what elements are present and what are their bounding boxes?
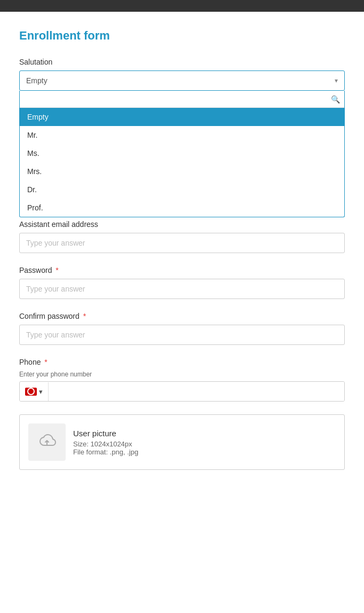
phone-row: ▾ xyxy=(19,381,345,402)
password-field: Password * xyxy=(19,266,345,299)
phone-chevron-icon: ▾ xyxy=(39,388,43,396)
salutation-chevron-icon: ▾ xyxy=(335,77,338,84)
phone-field: Phone * Enter your phone number ▾ xyxy=(19,358,345,402)
phone-label: Phone * xyxy=(19,358,345,366)
password-label: Password * xyxy=(19,266,345,274)
assistant-email-field: Assistant email address xyxy=(19,220,345,253)
dropdown-search-input[interactable] xyxy=(24,93,331,105)
upload-area: User picture Size: 1024x1024px File form… xyxy=(19,414,345,470)
option-ms[interactable]: Ms. xyxy=(20,144,344,162)
salutation-selected-value: Empty xyxy=(26,76,48,85)
option-empty[interactable]: Empty xyxy=(20,108,344,126)
phone-required-marker: * xyxy=(42,358,47,366)
salutation-field: Salutation Empty ▾ 🔍 Empty Mr. Ms. Mrs. … xyxy=(19,58,345,115)
top-bar xyxy=(0,0,364,12)
upload-info: User picture Size: 1024x1024px File form… xyxy=(73,429,336,456)
option-mr[interactable]: Mr. xyxy=(20,126,344,144)
option-prof[interactable]: Prof. xyxy=(20,199,344,217)
form-title: Enrollment form xyxy=(19,29,345,43)
option-dr[interactable]: Dr. xyxy=(20,180,344,199)
password-required-marker: * xyxy=(53,266,58,274)
upload-size: Size: 1024x1024px xyxy=(73,440,336,448)
salutation-select[interactable]: Empty ▾ xyxy=(19,70,345,91)
option-mrs[interactable]: Mrs. xyxy=(20,162,344,180)
phone-input[interactable] xyxy=(49,382,344,401)
assistant-email-input[interactable] xyxy=(19,233,345,253)
search-icon: 🔍 xyxy=(331,95,340,104)
confirm-password-required-marker: * xyxy=(81,312,86,320)
confirm-password-field: Confirm password * xyxy=(19,312,345,345)
enrollment-form: Enrollment form Salutation Empty ▾ 🔍 Emp… xyxy=(0,12,364,613)
user-picture-field: User picture Size: 1024x1024px File form… xyxy=(19,414,345,470)
phone-sublabel: Enter your phone number xyxy=(19,371,345,378)
confirm-password-label: Confirm password * xyxy=(19,312,345,320)
upload-icon-box[interactable] xyxy=(28,423,66,461)
upload-title: User picture xyxy=(73,429,336,438)
upload-format: File format: .png, .jpg xyxy=(73,448,336,456)
phone-flag-button[interactable]: ▾ xyxy=(20,382,49,401)
salutation-dropdown: 🔍 Empty Mr. Ms. Mrs. Dr. Prof. xyxy=(19,91,345,217)
salutation-select-wrapper: Empty ▾ 🔍 Empty Mr. Ms. Mrs. Dr. Prof. xyxy=(19,70,345,91)
salutation-label: Salutation xyxy=(19,58,345,66)
dropdown-search-wrapper: 🔍 xyxy=(20,91,344,108)
password-input[interactable] xyxy=(19,279,345,299)
assistant-email-label: Assistant email address xyxy=(19,220,345,229)
upload-cloud-icon xyxy=(37,433,57,452)
flag-icon xyxy=(25,388,37,396)
confirm-password-input[interactable] xyxy=(19,325,345,345)
